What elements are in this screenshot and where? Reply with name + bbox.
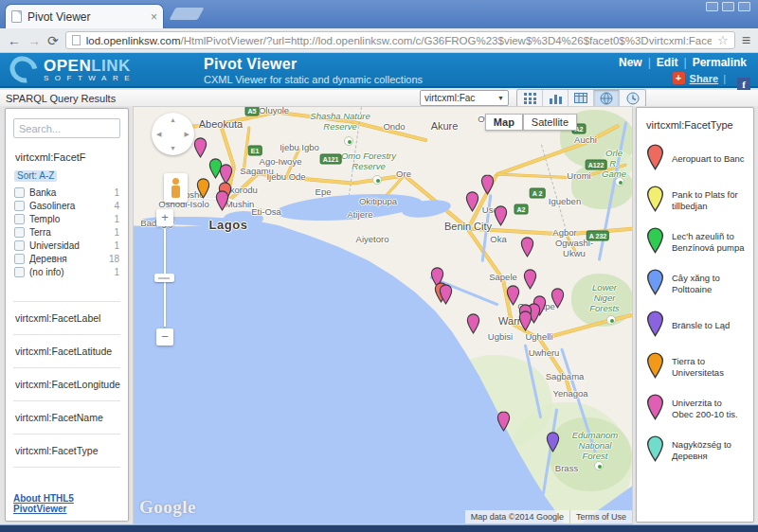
map-label: Ondo: [383, 122, 405, 133]
street-view-pegman[interactable]: [164, 173, 188, 203]
map-marker[interactable]: [193, 137, 208, 158]
bookmark-star-icon[interactable]: ☆: [717, 33, 729, 47]
collapsed-facet-header[interactable]: virtcxml:FacetLabel: [13, 302, 120, 335]
browser-tab[interactable]: Pivot Viewer ×: [5, 4, 164, 28]
map-type-map-button[interactable]: Map: [485, 114, 523, 131]
map-marker[interactable]: [520, 237, 534, 257]
pan-control[interactable]: ▲ ▼ ◀ ▶: [152, 113, 194, 155]
grid-view-button[interactable]: [517, 90, 543, 106]
back-icon[interactable]: ←: [8, 34, 21, 47]
map-marker[interactable]: [506, 285, 520, 306]
header-link-new[interactable]: New: [619, 56, 642, 69]
map-marker[interactable]: [518, 310, 532, 331]
terms-of-use-link[interactable]: Terms of Use: [569, 510, 632, 523]
close-button[interactable]: [738, 2, 750, 11]
pan-right-icon[interactable]: ▶: [185, 131, 190, 138]
about-link[interactable]: About HTHL5 PivotViewer: [13, 493, 128, 514]
map-canvas[interactable]: OluyoleAbeokutaShasha Nature ReserveIjeb…: [133, 106, 633, 524]
map-view-button[interactable]: [594, 90, 620, 106]
facet-item[interactable]: Banka1: [13, 186, 120, 199]
legend-item: Pank to Plats för tillbedjan: [646, 186, 746, 216]
collapsed-facet-header[interactable]: virtcxml:FacetName: [13, 401, 120, 434]
park-tree-icon: [372, 175, 382, 185]
facet-checkbox[interactable]: [14, 240, 25, 251]
new-tab-button[interactable]: [170, 8, 205, 20]
page-subtitle: CXML Viewer for static and dynamic colle…: [204, 74, 423, 85]
facet-checkbox[interactable]: [14, 254, 25, 264]
collapsed-facet-header[interactable]: virtcxml:FacetType: [13, 434, 120, 468]
facet-count: 1: [114, 187, 119, 198]
collapsed-facet-header[interactable]: virtcxml:FacetLatitude: [13, 335, 120, 368]
header-link-permalink[interactable]: Permalink: [693, 56, 747, 69]
grid-view-icon: [524, 93, 536, 104]
facet-item[interactable]: (no info)1: [13, 265, 120, 278]
map-marker[interactable]: [546, 432, 560, 452]
table-view-button[interactable]: [568, 90, 594, 106]
map-marker[interactable]: [466, 313, 480, 334]
facet-item[interactable]: Universidad1: [13, 239, 120, 252]
maximize-button[interactable]: [722, 2, 734, 11]
timeline-view-icon: [626, 92, 640, 105]
facet-checkbox[interactable]: [14, 267, 25, 277]
map-marker[interactable]: [215, 190, 229, 211]
link-separator: |: [648, 56, 651, 69]
legend-label: Tierra to Universitetas: [672, 356, 746, 380]
pan-up-icon[interactable]: ▲: [170, 116, 176, 123]
view-switcher: [516, 89, 646, 107]
facet-item[interactable]: Templo1: [13, 212, 120, 225]
map-marker[interactable]: [496, 411, 511, 432]
map-marker[interactable]: [550, 288, 565, 309]
facet-item[interactable]: Terra1: [13, 225, 120, 239]
sort-toggle[interactable]: Sort: A-Z: [14, 170, 57, 182]
timeline-view-button[interactable]: [620, 90, 645, 106]
facet-checkbox[interactable]: [14, 187, 25, 198]
minimize-button[interactable]: [706, 2, 718, 11]
map-type-satellite-button[interactable]: Satellite: [523, 114, 577, 131]
page-title: Pivot Viewer: [204, 56, 423, 73]
facet-item[interactable]: Gasolinera4: [13, 199, 120, 212]
pin-icon: [646, 352, 664, 382]
map-label: Ikorodu: [227, 186, 258, 196]
map-marker[interactable]: [494, 205, 508, 226]
facet-item[interactable]: Деревня18: [13, 252, 120, 265]
facebook-icon[interactable]: f: [737, 78, 750, 91]
zoom-out-button[interactable]: −: [156, 328, 173, 346]
forward-icon[interactable]: →: [27, 34, 41, 47]
legend-item: Tierra to Universitetas: [646, 352, 746, 382]
pan-left-icon[interactable]: ◀: [156, 131, 161, 138]
app-header: OPENLINK SOFTWARE Pivot Viewer CXML View…: [0, 53, 758, 88]
tab-close-icon[interactable]: ×: [151, 11, 157, 23]
browser-menu-icon[interactable]: ≡: [742, 32, 750, 49]
map-marker[interactable]: [439, 284, 453, 305]
graph-view-button[interactable]: [543, 90, 568, 106]
map-label: Eti-Osa: [251, 207, 281, 218]
map-marker[interactable]: [196, 178, 210, 199]
addthis-plus-icon[interactable]: +: [673, 72, 685, 84]
map-label: Uwheru: [529, 348, 560, 359]
facet-checkbox[interactable]: [14, 201, 25, 211]
url-bar[interactable]: lod.openlinksw.com/HtmlPivotViewer/?url=…: [65, 31, 735, 49]
facet-dropdown[interactable]: virtcxml:Fac ▼: [420, 90, 509, 106]
pin-icon: [646, 186, 664, 216]
zoom-slider-handle[interactable]: [154, 274, 174, 282]
park-tree-icon: [344, 136, 353, 146]
collapsed-facet-header[interactable]: virtcxml:FacetLongitude: [13, 368, 120, 401]
zoom-in-button[interactable]: +: [156, 209, 173, 226]
facet-checkbox[interactable]: [14, 214, 25, 224]
attribution-text: Map data ©2014 Google: [465, 510, 569, 523]
road-badge: A 2: [530, 188, 546, 199]
share-link[interactable]: Share: [690, 73, 719, 84]
map-label: Sapele: [489, 273, 517, 283]
browser-navbar: ← → ⟳ lod.openlinksw.com/HtmlPivotViewer…: [0, 28, 758, 53]
header-link-edit[interactable]: Edit: [657, 56, 678, 69]
pan-down-icon[interactable]: ▼: [170, 145, 176, 151]
map-marker[interactable]: [523, 269, 537, 290]
reload-icon[interactable]: ⟳: [47, 34, 59, 47]
map-marker[interactable]: [480, 174, 495, 195]
map-marker[interactable]: [465, 191, 479, 212]
search-input[interactable]: [13, 118, 120, 138]
facet-group-title[interactable]: virtcxml:FacetF: [15, 151, 120, 163]
pin-icon: [646, 435, 664, 466]
facet-checkbox[interactable]: [14, 227, 25, 238]
openlink-logo: OPENLINK SOFTWARE: [9, 57, 135, 82]
